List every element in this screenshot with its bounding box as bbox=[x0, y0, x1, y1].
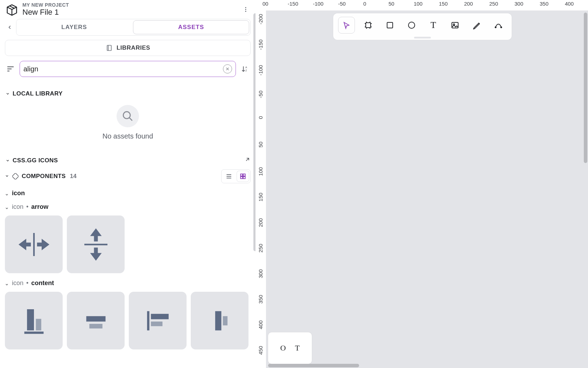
ruler-h-tick: 50 bbox=[388, 1, 394, 7]
svg-rect-28 bbox=[151, 321, 162, 326]
svg-point-11 bbox=[123, 112, 130, 119]
ruler-v-tick: 0 bbox=[258, 116, 264, 119]
canvas-horizontal-scrollbar[interactable] bbox=[268, 364, 359, 367]
search-input[interactable] bbox=[23, 65, 220, 73]
svg-point-0 bbox=[245, 7, 246, 8]
ruler-h-tick: 400 bbox=[565, 1, 574, 7]
view-list-button[interactable] bbox=[223, 171, 235, 182]
back-button[interactable] bbox=[5, 19, 15, 36]
svg-point-2 bbox=[245, 11, 246, 12]
tool-ellipse[interactable] bbox=[403, 17, 420, 34]
asset-arrows-v-icon[interactable] bbox=[67, 215, 125, 273]
ruler-h-tick: 250 bbox=[489, 1, 498, 7]
svg-rect-17 bbox=[240, 174, 243, 176]
app-logo-icon bbox=[5, 2, 19, 16]
ruler-h-tick: 00 bbox=[262, 1, 268, 7]
ruler-v-tick: -50 bbox=[258, 91, 264, 98]
search-icon bbox=[117, 105, 139, 127]
ruler-h-tick: 350 bbox=[540, 1, 548, 7]
libraries-label: LIBRARIES bbox=[117, 44, 150, 51]
ruler-v-tick: -150 bbox=[258, 40, 264, 50]
svg-rect-18 bbox=[243, 174, 245, 176]
tool-curve[interactable] bbox=[490, 17, 507, 34]
section-local-library[interactable]: LOCAL LIBRARY bbox=[5, 90, 251, 97]
group-icon-arrow[interactable]: icon • arrow bbox=[5, 203, 251, 211]
component-icon bbox=[12, 173, 19, 180]
section-cssgg-icons[interactable]: CSS.GG ICONS bbox=[5, 156, 251, 164]
ruler-h-tick: -100 bbox=[313, 1, 323, 7]
tool-frame[interactable] bbox=[360, 17, 377, 34]
tool-rectangle[interactable] bbox=[382, 17, 398, 34]
chevron-down-icon[interactable] bbox=[5, 173, 9, 179]
chevron-down-icon bbox=[5, 191, 10, 196]
ruler-h-tick: 300 bbox=[514, 1, 523, 7]
tool-pen[interactable] bbox=[468, 17, 485, 34]
svg-rect-36 bbox=[452, 22, 458, 28]
ruler-v-tick: 150 bbox=[258, 193, 264, 201]
chevron-down-icon bbox=[5, 158, 10, 163]
cssgg-title: CSS.GG ICONS bbox=[13, 157, 58, 164]
mini-text-button[interactable]: T bbox=[295, 344, 300, 353]
group-name: arrow bbox=[31, 203, 48, 211]
group-icon-label: icon bbox=[12, 190, 25, 197]
mini-ellipse-button[interactable]: O bbox=[280, 344, 286, 353]
svg-rect-29 bbox=[215, 311, 221, 330]
clear-search-button[interactable] bbox=[223, 64, 232, 73]
search-box[interactable] bbox=[20, 61, 236, 77]
toolbar-drag-handle[interactable] bbox=[414, 37, 431, 38]
svg-rect-25 bbox=[89, 324, 102, 328]
open-external-icon[interactable] bbox=[244, 156, 251, 164]
group-name: content bbox=[31, 279, 54, 287]
tab-layers[interactable]: LAYERS bbox=[16, 19, 132, 35]
book-icon bbox=[105, 44, 113, 52]
components-label: COMPONENTS bbox=[22, 173, 66, 180]
svg-text:Z: Z bbox=[245, 69, 247, 72]
svg-rect-22 bbox=[36, 319, 41, 330]
group-icon[interactable]: icon bbox=[5, 190, 251, 197]
ruler-v-tick: -100 bbox=[258, 65, 264, 76]
file-name: New File 1 bbox=[22, 8, 237, 17]
ruler-v-tick: 350 bbox=[258, 295, 264, 304]
view-grid-button[interactable] bbox=[237, 171, 249, 182]
svg-point-39 bbox=[501, 27, 502, 28]
horizontal-ruler: 00-150-100-50050100150200250300350400 bbox=[255, 0, 588, 10]
group-icon-content[interactable]: icon • content bbox=[5, 279, 251, 287]
tab-assets[interactable]: ASSETS bbox=[133, 20, 249, 34]
group-prefix: icon bbox=[12, 203, 23, 211]
ruler-v-tick: 100 bbox=[258, 167, 264, 176]
ruler-v-tick: 50 bbox=[258, 142, 264, 148]
ruler-h-tick: 0 bbox=[363, 1, 366, 7]
svg-rect-24 bbox=[86, 316, 105, 321]
canvas[interactable]: T O T bbox=[266, 10, 588, 368]
svg-rect-33 bbox=[366, 23, 371, 28]
sort-button[interactable]: AZ bbox=[239, 63, 251, 75]
more-menu-button[interactable] bbox=[241, 5, 251, 14]
svg-point-35 bbox=[408, 22, 415, 28]
group-prefix: icon bbox=[12, 279, 23, 287]
svg-rect-34 bbox=[387, 22, 393, 28]
ruler-h-tick: 100 bbox=[414, 1, 422, 7]
ruler-h-tick: -50 bbox=[338, 1, 346, 7]
vertical-ruler: -200-150-100-500501001502002503003504004… bbox=[255, 10, 266, 368]
asset-align-left-icon[interactable] bbox=[129, 292, 187, 349]
tool-select[interactable] bbox=[338, 17, 355, 34]
canvas-toolbar: T bbox=[333, 13, 512, 40]
libraries-button[interactable]: LIBRARIES bbox=[5, 40, 251, 56]
asset-align-center-icon[interactable] bbox=[67, 292, 125, 349]
empty-state-text: No assets found bbox=[103, 132, 153, 140]
canvas-vertical-scrollbar[interactable] bbox=[584, 13, 587, 163]
ruler-v-tick: 400 bbox=[258, 320, 264, 329]
asset-arrows-h-icon[interactable] bbox=[5, 215, 63, 273]
mini-toolbar[interactable]: O T bbox=[268, 332, 312, 364]
filter-button[interactable] bbox=[5, 63, 16, 75]
ruler-v-tick: 300 bbox=[258, 269, 264, 278]
svg-rect-26 bbox=[147, 311, 149, 330]
asset-align-middle-icon[interactable] bbox=[191, 292, 248, 349]
ruler-h-tick: 150 bbox=[439, 1, 448, 7]
svg-point-38 bbox=[495, 27, 496, 28]
svg-text:A: A bbox=[245, 66, 247, 69]
tool-image[interactable] bbox=[447, 17, 463, 34]
asset-align-bottom-icon[interactable] bbox=[5, 292, 63, 349]
tool-text[interactable]: T bbox=[425, 17, 442, 34]
components-count: 14 bbox=[70, 173, 77, 180]
